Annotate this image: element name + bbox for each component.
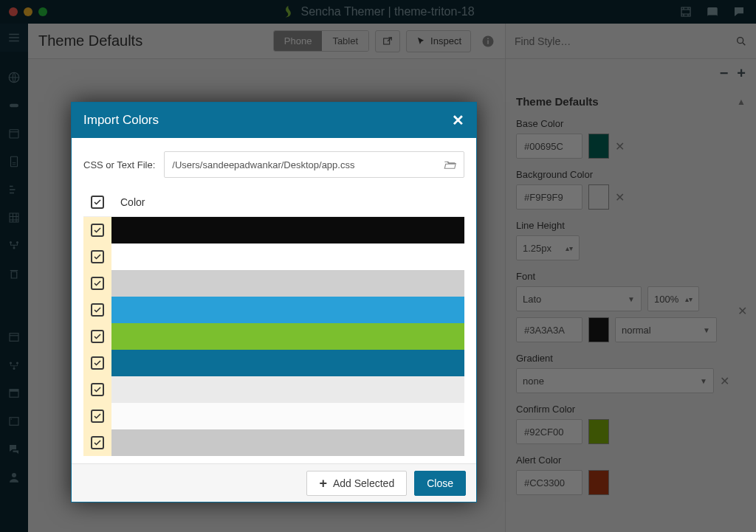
panel-header-title: Theme Defaults <box>516 95 599 108</box>
color-swatch-bar <box>111 297 464 323</box>
window-zoom-dot[interactable] <box>38 7 47 16</box>
file-row: CSS or Text File: /Users/sandeepadwankar… <box>83 151 464 178</box>
confirm-color-swatch[interactable] <box>588 419 609 444</box>
device-segmented: Phone Tablet <box>273 30 369 52</box>
row-checkbox[interactable] <box>91 303 104 317</box>
expand-all-button[interactable]: + <box>737 65 746 82</box>
row-checkbox-cell <box>83 243 111 270</box>
calendar-icon[interactable] <box>7 127 21 140</box>
background-color-reset[interactable]: ✕ <box>615 190 625 204</box>
titlebar: Sencha Themer | theme-triton-18 <box>0 0 756 24</box>
page-icon[interactable] <box>7 155 21 168</box>
background-color-input[interactable] <box>516 184 583 210</box>
nodes2-icon[interactable] <box>7 359 21 372</box>
color-swatch-bar <box>111 217 464 243</box>
font-reset[interactable]: ✕ <box>738 304 747 318</box>
window-title: Sencha Themer | theme-triton-18 <box>281 5 474 18</box>
panel-icon[interactable] <box>7 387 21 400</box>
color-swatch-bar <box>111 350 464 376</box>
row-checkbox[interactable] <box>91 224 104 237</box>
alert-color-input[interactable] <box>516 470 583 495</box>
svg-point-5 <box>16 241 18 243</box>
inspect-button[interactable]: Inspect <box>406 30 471 52</box>
svg-rect-12 <box>10 390 18 392</box>
globe-icon[interactable] <box>7 71 21 84</box>
row-checkbox[interactable] <box>91 330 104 343</box>
file-path-input[interactable]: /Users/sandeepadwankar/Desktop/app.css <box>172 159 443 170</box>
color-row[interactable] <box>83 270 464 297</box>
row-checkbox[interactable] <box>91 356 104 370</box>
color-row[interactable] <box>83 323 464 350</box>
alert-color-swatch[interactable] <box>588 470 609 495</box>
spinner-icon: ▴▾ <box>685 295 693 303</box>
color-column-header: Color <box>120 196 145 208</box>
row-checkbox-cell <box>83 297 111 323</box>
svg-rect-13 <box>10 418 18 426</box>
line-height-spinner[interactable]: 1.25px ▴▾ <box>516 235 580 260</box>
font-style-select[interactable]: normal ▼ <box>615 317 717 342</box>
window-icon[interactable] <box>7 331 21 344</box>
prop-background-color: Background Color ✕ <box>516 169 746 210</box>
base-color-swatch[interactable] <box>588 134 609 159</box>
alert-color-label: Alert Color <box>516 455 746 466</box>
browser-icon[interactable] <box>7 415 21 428</box>
gradient-value: none <box>523 376 544 387</box>
row-checkbox[interactable] <box>91 436 104 449</box>
form-icon[interactable] <box>7 183 21 196</box>
color-row[interactable] <box>83 403 464 429</box>
external-window-button[interactable] <box>375 30 400 52</box>
folder-open-icon[interactable] <box>443 158 456 171</box>
panel-header[interactable]: Theme Defaults ▲ <box>506 88 756 115</box>
collapse-all-button[interactable]: − <box>720 65 729 82</box>
row-checkbox-cell <box>83 403 111 429</box>
svg-rect-16 <box>384 38 390 44</box>
confirm-color-input[interactable] <box>516 419 583 444</box>
modal-close-button[interactable]: ✕ <box>452 111 464 129</box>
font-size-spinner[interactable]: 100% ▴▾ <box>647 286 699 311</box>
font-color-swatch[interactable] <box>588 317 609 342</box>
select-all-checkbox[interactable] <box>91 196 104 209</box>
font-family-select[interactable]: Lato ▼ <box>516 286 642 311</box>
row-checkbox[interactable] <box>91 250 104 263</box>
gradient-select[interactable]: none ▼ <box>516 368 714 393</box>
window-minimize-dot[interactable] <box>24 7 32 16</box>
find-style-input[interactable] <box>515 35 735 47</box>
user-icon[interactable] <box>7 471 21 484</box>
comments-icon[interactable] <box>7 443 21 456</box>
color-row[interactable] <box>83 243 464 270</box>
trash-icon[interactable] <box>7 267 21 280</box>
add-selected-label: Add Selected <box>333 477 394 489</box>
color-row[interactable] <box>83 217 464 243</box>
prop-confirm-color: Confirm Color <box>516 404 746 444</box>
row-checkbox[interactable] <box>91 410 104 423</box>
base-color-reset[interactable]: ✕ <box>615 139 625 153</box>
gradient-reset[interactable]: ✕ <box>720 374 729 388</box>
row-checkbox[interactable] <box>91 277 104 290</box>
book-icon[interactable] <box>706 5 719 18</box>
background-color-swatch[interactable] <box>588 184 609 210</box>
movie-icon[interactable] <box>679 5 693 18</box>
add-selected-button[interactable]: + Add Selected <box>306 471 407 496</box>
row-checkbox[interactable] <box>91 383 104 396</box>
base-color-input[interactable] <box>516 134 583 159</box>
chat-icon[interactable] <box>732 5 746 18</box>
color-row[interactable] <box>83 350 464 376</box>
font-color-input[interactable] <box>516 317 583 342</box>
color-row[interactable] <box>83 297 464 323</box>
window-close-dot[interactable] <box>9 7 18 16</box>
info-icon[interactable] <box>481 35 495 48</box>
gradient-label: Gradient <box>516 353 746 364</box>
close-button[interactable]: Close <box>414 471 466 496</box>
sencha-logo-icon <box>281 5 295 18</box>
color-row[interactable] <box>83 376 464 403</box>
color-row[interactable] <box>83 429 464 456</box>
check-icon <box>93 279 102 288</box>
menu-toggle[interactable] <box>0 24 28 52</box>
nodes-icon[interactable] <box>7 239 21 252</box>
device-phone-button[interactable]: Phone <box>274 31 323 51</box>
check-icon <box>93 252 102 261</box>
search-icon[interactable] <box>735 35 747 47</box>
grid-icon[interactable] <box>7 211 21 224</box>
pill-icon[interactable] <box>7 99 21 112</box>
device-tablet-button[interactable]: Tablet <box>322 31 368 51</box>
